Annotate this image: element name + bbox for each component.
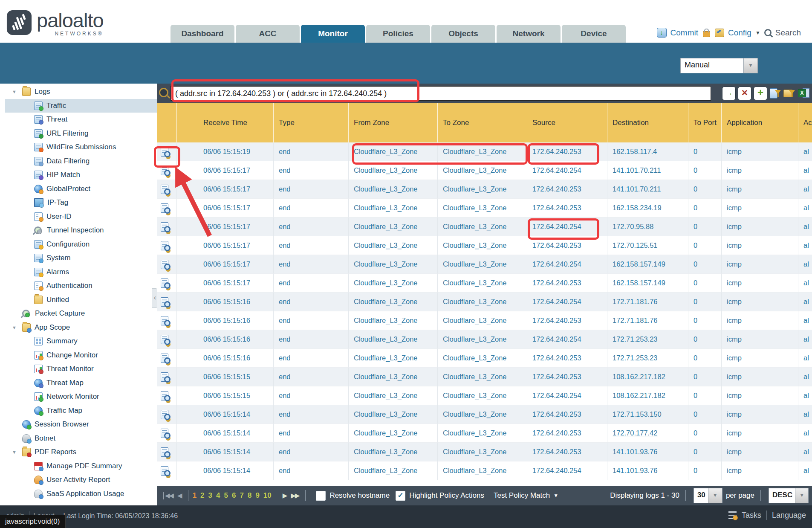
table-row[interactable]: 06/06 15:15:16 end Cloudflare_L3_Zone Cl… — [157, 330, 812, 349]
prev-page-icon[interactable]: ◀ — [177, 492, 182, 499]
sidebar-item[interactable]: ▼ PDF Reports — [5, 445, 157, 459]
page-number[interactable]: 8 — [248, 491, 251, 500]
log-detail-icon[interactable] — [161, 391, 168, 400]
destination-cell[interactable]: 108.162.217.182 — [607, 368, 688, 386]
destination-cell[interactable]: 172.71.181.76 — [607, 293, 688, 311]
log-detail-icon[interactable] — [161, 354, 168, 363]
config-button[interactable]: Config — [728, 28, 751, 38]
next-page-icon[interactable]: ▶ — [283, 492, 287, 499]
sidebar-item[interactable]: ▼ HIP Match — [5, 168, 157, 182]
refresh-mode-caret-icon[interactable]: ▼ — [743, 58, 757, 73]
sidebar-item[interactable]: ▼ Summary — [5, 334, 157, 348]
filter-builder-icon[interactable] — [769, 87, 781, 99]
sidebar-item[interactable]: ▼ Alarms — [5, 265, 157, 279]
tab-policies[interactable]: Policies — [366, 25, 430, 43]
page-number[interactable]: 5 — [224, 491, 228, 500]
page-number[interactable]: 2 — [200, 491, 204, 500]
per-page-select[interactable]: 30 ▼ — [694, 488, 722, 503]
table-row[interactable]: 06/06 15:15:17 end Cloudflare_L3_Zone Cl… — [157, 180, 812, 199]
export-csv-icon[interactable]: X — [798, 87, 809, 99]
table-row[interactable]: 06/06 15:15:17 end Cloudflare_L3_Zone Cl… — [157, 199, 812, 218]
lock-icon[interactable] — [703, 31, 710, 37]
destination-cell[interactable]: 141.101.93.76 — [607, 461, 688, 480]
destination-cell[interactable]: 172.71.253.23 — [607, 349, 688, 368]
tab-device[interactable]: Device — [562, 25, 626, 43]
table-row[interactable]: 06/06 15:15:14 end Cloudflare_L3_Zone Cl… — [157, 405, 812, 424]
refresh-mode-select[interactable]: Manual ▼ — [680, 58, 758, 73]
commit-button[interactable]: Commit — [670, 28, 698, 38]
sidebar-item[interactable]: ▼ App Scope — [5, 321, 157, 335]
header-destination[interactable]: Destination — [607, 103, 688, 142]
sort-order-select[interactable]: DESC ▼ — [769, 488, 809, 503]
first-page-icon[interactable]: ◀◀ — [163, 492, 173, 499]
sidebar-item[interactable]: ▼ Data Filtering — [5, 154, 157, 168]
sidebar-item[interactable]: ▼ URL Filtering — [5, 127, 157, 141]
log-detail-icon[interactable] — [161, 335, 168, 344]
destination-cell[interactable]: 172.71.253.23 — [607, 330, 688, 349]
log-detail-icon[interactable] — [161, 222, 168, 232]
destination-cell[interactable]: 172.71.181.76 — [607, 311, 688, 330]
sidebar-item[interactable]: ▼ Packet Capture — [5, 307, 157, 321]
destination-cell[interactable]: 172.70.95.88 — [607, 218, 688, 236]
log-detail-icon[interactable] — [161, 166, 168, 175]
log-detail-icon[interactable] — [161, 316, 168, 325]
log-detail-icon[interactable] — [161, 203, 168, 213]
destination-cell[interactable]: 162.158.234.19 — [607, 199, 688, 218]
destination-cell[interactable]: 141.101.70.211 — [607, 161, 688, 180]
table-row[interactable]: 06/06 15:15:15 end Cloudflare_L3_Zone Cl… — [157, 386, 812, 405]
search-button[interactable]: Search — [775, 28, 801, 38]
table-row[interactable]: 06/06 15:15:16 end Cloudflare_L3_Zone Cl… — [157, 349, 812, 368]
page-number[interactable]: 1 — [193, 491, 196, 500]
log-detail-icon[interactable] — [161, 297, 168, 307]
sidebar-item[interactable]: ▼ Tunnel Inspection — [5, 223, 157, 238]
header-source[interactable]: Source — [527, 103, 607, 142]
config-caret-icon[interactable]: ▼ — [755, 30, 760, 36]
destination-cell[interactable]: 172.71.153.150 — [607, 405, 688, 424]
log-filter-input[interactable] — [170, 86, 711, 101]
sidebar-item[interactable]: ▼ Authentication — [5, 279, 157, 293]
expander-icon[interactable]: ▼ — [12, 325, 22, 330]
sidebar-item[interactable]: ▼ Traffic Map — [5, 404, 157, 418]
log-detail-icon[interactable] — [161, 279, 168, 288]
header-action[interactable]: Ac — [798, 103, 812, 142]
tab-acc[interactable]: ACC — [236, 25, 300, 43]
load-filter-icon[interactable] — [783, 87, 795, 99]
table-row[interactable]: 06/06 15:15:14 end Cloudflare_L3_Zone Cl… — [157, 424, 812, 443]
highlight-policy-label[interactable]: Highlight Policy Actions — [409, 491, 484, 500]
apply-filter-button[interactable]: → — [722, 87, 736, 100]
clear-filter-button[interactable]: ✕ — [738, 87, 751, 100]
log-detail-icon[interactable] — [161, 447, 168, 457]
tab-monitor[interactable]: Monitor — [301, 25, 365, 43]
resolve-hostname-checkbox[interactable] — [316, 491, 326, 501]
log-detail-icon[interactable] — [161, 429, 168, 438]
tasks-link[interactable]: Tasks — [742, 511, 761, 520]
per-page-caret-icon[interactable]: ▼ — [708, 488, 722, 503]
log-detail-icon[interactable] — [161, 260, 168, 269]
destination-cell[interactable]: 141.101.70.211 — [607, 180, 688, 199]
sidebar-item[interactable]: ▼ Threat — [5, 113, 157, 127]
last-page-icon[interactable]: ▶▶ — [291, 492, 299, 499]
table-row[interactable]: 06/06 15:15:16 end Cloudflare_L3_Zone Cl… — [157, 293, 812, 311]
sidebar-item[interactable]: ▼ User Activity Report — [5, 473, 157, 487]
page-number[interactable]: 10 — [263, 491, 272, 500]
table-row[interactable]: 06/06 15:15:16 end Cloudflare_L3_Zone Cl… — [157, 311, 812, 330]
sidebar-item[interactable]: ▼ Network Monitor — [5, 390, 157, 404]
log-detail-icon[interactable] — [161, 372, 168, 382]
resolve-hostname-label[interactable]: Resolve hostname — [329, 491, 390, 500]
log-detail-icon[interactable] — [161, 410, 168, 419]
test-policy-match-button[interactable]: Test Policy Match ▼ — [494, 491, 558, 500]
sidebar-item[interactable]: ▼ Logs — [5, 85, 157, 99]
table-row[interactable]: 06/06 15:15:17 end Cloudflare_L3_Zone Cl… — [157, 274, 812, 293]
page-number[interactable]: 9 — [255, 491, 259, 500]
page-number[interactable]: 3 — [208, 491, 212, 500]
table-row[interactable]: 06/06 15:15:14 end Cloudflare_L3_Zone Cl… — [157, 461, 812, 480]
header-detail-col[interactable] — [157, 103, 177, 142]
sidebar-item[interactable]: ▼ IP-Tag — [5, 196, 157, 210]
destination-cell[interactable]: 162.158.117.4 — [607, 142, 688, 161]
log-detail-icon[interactable] — [161, 147, 168, 157]
sidebar-item[interactable]: ▼ Traffic — [5, 99, 157, 113]
page-number[interactable]: 4 — [216, 491, 220, 500]
filter-icon[interactable] — [159, 88, 168, 97]
log-detail-icon[interactable] — [161, 466, 168, 476]
language-link[interactable]: Language — [772, 511, 806, 520]
